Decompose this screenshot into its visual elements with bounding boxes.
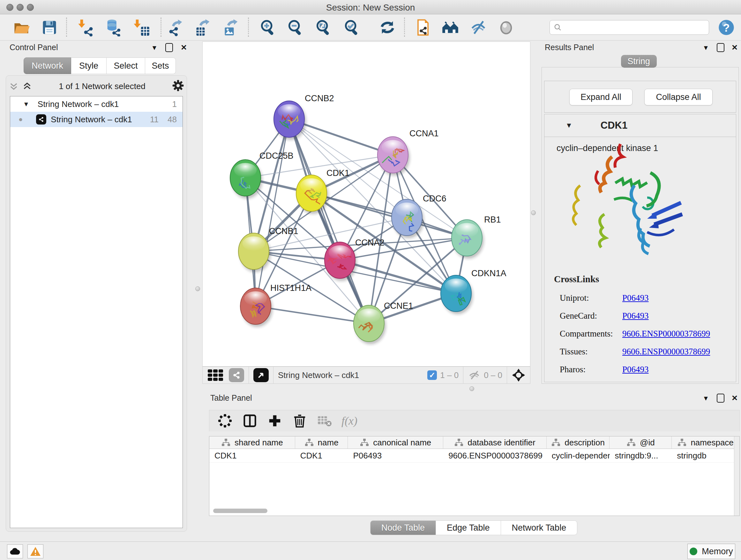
node-CDC25B[interactable] [230,160,262,199]
save-session-icon[interactable] [41,18,58,37]
panel-menu-icon[interactable]: ▾ [704,44,708,51]
tab-style[interactable]: Style [71,57,107,74]
column-header-namespace[interactable]: namespace [672,436,739,449]
float-panel-icon[interactable] [165,43,173,52]
edge-HIST1H1A-CCNE1[interactable] [256,306,369,323]
node-CCNE1[interactable] [354,305,386,344]
column-header-description[interactable]: description [547,436,610,449]
column-header-shared-name[interactable]: shared name [209,436,295,449]
network-from-selection-icon[interactable] [414,18,432,37]
birds-eye-toggle-icon[interactable] [512,368,526,382]
table-cell[interactable]: P06493 [348,449,443,462]
node-CDC6[interactable] [392,199,424,238]
import-network-database-icon[interactable] [105,18,122,37]
table-cell[interactable]: stringdb [672,449,739,462]
delete-column-icon[interactable] [291,412,308,429]
horizontal-scrollbar-thumb[interactable] [213,509,267,513]
tab-edge-table[interactable]: Edge Table [436,520,501,535]
tab-network-table[interactable]: Network Table [501,520,578,535]
expand-all-button[interactable]: Expand All [569,89,632,105]
float-panel-icon[interactable] [717,43,724,52]
close-panel-icon[interactable]: ✕ [731,44,738,51]
right-splitter-grip[interactable] [531,210,536,215]
tab-sets[interactable]: Sets [145,57,176,74]
detach-view-icon[interactable] [253,368,269,382]
collection-expander-icon[interactable]: ▼ [23,101,29,108]
tab-network[interactable]: Network [23,57,71,74]
protein-expander-icon[interactable]: ▼ [565,121,572,130]
network-view-canvas[interactable]: CCNB2CCNA1CDC25BCDK1CDC6RB1CCNB1CCNA2CDK… [202,42,530,367]
grid-view-icon[interactable] [208,369,223,381]
zoom-fit-icon[interactable] [315,18,333,37]
tab-string[interactable]: String [621,55,657,68]
bottom-splitter-grip[interactable] [469,386,474,391]
function-builder-icon[interactable]: f(x) [341,412,358,429]
collapse-all-icon[interactable] [9,81,19,91]
column-header-canonical-name[interactable]: canonical name [348,436,443,449]
help-icon[interactable]: ? [718,18,735,37]
float-panel-icon[interactable] [717,394,724,402]
edge-CCNB2-HIST1H1A[interactable] [256,119,289,306]
table-row[interactable]: CDK1CDK1P064939606.ENSP00000378699cyclin… [209,449,739,462]
edge-CCNB2-CCNE1[interactable] [289,119,369,323]
node-CDK1[interactable] [296,175,328,214]
table-panel: Table Panel ▾ ✕ f(x) shared namenamecano… [206,391,741,542]
apply-layout-icon[interactable] [379,18,396,37]
export-table-icon[interactable] [194,18,212,37]
import-table-file-icon[interactable] [133,18,151,37]
crosslink-link[interactable]: 9606.ENSP00000378699 [622,347,710,357]
delete-table-icon[interactable] [316,412,333,429]
memory-button[interactable]: Memory [687,544,735,559]
network-row[interactable]: ● String Network – cdk1 11 48 [10,112,183,127]
zoom-in-icon[interactable] [259,18,277,37]
table-cell[interactable]: cyclin-dependent ... [547,449,610,462]
panel-menu-icon[interactable]: ▾ [152,44,156,51]
node-CDKN1A[interactable] [441,275,473,314]
crosslink-link[interactable]: P06493 [622,365,649,374]
expand-all-icon[interactable] [22,81,32,91]
column-header-name[interactable]: name [295,436,348,449]
crosslink-link[interactable]: 9606.ENSP00000378699 [622,329,710,339]
vertical-scrollbar-track[interactable] [734,436,739,516]
close-panel-icon[interactable]: ✕ [181,44,187,51]
import-network-file-icon[interactable] [77,18,95,37]
node-table[interactable]: shared namenamecanonical namedatabase id… [209,436,740,516]
panel-menu-icon[interactable]: ▾ [704,394,708,402]
crosslink-link[interactable]: P06493 [622,293,649,303]
crosslink-link[interactable]: P06493 [622,311,649,321]
tab-select[interactable]: Select [107,57,145,74]
open-session-icon[interactable] [13,18,30,37]
collapse-all-button[interactable]: Collapse All [644,89,713,105]
zoom-selected-icon[interactable] [343,18,361,37]
node-HIST1H1A[interactable] [240,288,273,327]
node-RB1[interactable] [452,220,484,259]
node-CCNA1[interactable] [377,137,410,176]
table-cell[interactable]: stringdb:9... [610,449,672,462]
column-header-database-identifier[interactable]: database identifier [443,436,547,449]
selected-nodes-checkbox[interactable]: ✓ [427,370,437,380]
show-all-icon[interactable] [497,18,515,37]
cloud-status-button[interactable] [7,544,23,558]
left-splitter-grip[interactable] [195,287,200,291]
network-options-gear-icon[interactable] [172,79,184,93]
table-cell[interactable]: CDK1 [295,449,348,462]
close-panel-icon[interactable]: ✕ [731,394,738,402]
first-neighbors-icon[interactable] [441,18,459,37]
column-header-id[interactable]: @id [610,436,672,449]
network-collection-row[interactable]: ▼ String Network – cdk1 1 [10,97,183,112]
show-columns-icon[interactable] [241,412,259,429]
create-column-icon[interactable] [266,412,283,429]
warnings-button[interactable] [27,544,44,558]
hide-selected-icon[interactable] [469,18,487,37]
search-input[interactable] [562,23,700,32]
export-network-icon[interactable] [167,18,185,37]
table-cell[interactable]: CDK1 [209,449,295,462]
table-cell[interactable]: 9606.ENSP00000378699 [443,449,547,462]
search-icon [554,23,562,32]
table-options-gear-icon[interactable] [216,412,233,429]
network-overview-icon[interactable] [229,368,244,382]
export-image-icon[interactable] [223,18,241,37]
tab-node-table[interactable]: Node Table [370,520,436,535]
node-CCNA2[interactable] [325,242,357,281]
zoom-out-icon[interactable] [286,18,305,37]
